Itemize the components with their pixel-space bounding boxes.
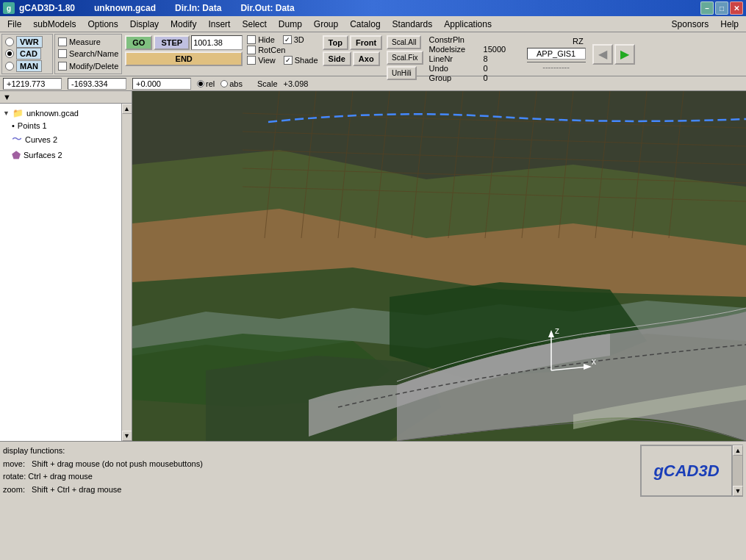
top-button[interactable]: Top: [323, 35, 348, 50]
linenr-label: LineNr: [429, 54, 481, 63]
shade-checkbox[interactable]: [284, 56, 293, 65]
3d-checkbox[interactable]: [283, 35, 292, 44]
radio-vwr-circle[interactable]: [5, 37, 14, 46]
front-button[interactable]: Front: [350, 35, 382, 50]
nav-arrows: ◀ ▶: [591, 34, 636, 74]
coord-rel-radio[interactable]: rel: [197, 79, 215, 88]
viewport[interactable]: z x: [132, 91, 746, 441]
menu-display[interactable]: Display: [124, 18, 165, 31]
hide-checkbox[interactable]: [247, 35, 256, 44]
radio-cad-circle[interactable]: [5, 49, 14, 58]
constr-panel: ConstrPln Modelsize 15000 LineNr 8 Undo …: [426, 34, 522, 74]
view-checkbox[interactable]: [247, 56, 256, 65]
unhili-button[interactable]: UnHili: [387, 66, 417, 80]
menu-options[interactable]: Options: [82, 18, 123, 31]
status-line-2: move: Shift + drag mouse (do not push mo…: [3, 458, 634, 471]
scal-all-button[interactable]: Scal.All: [387, 35, 421, 49]
nav-back-button[interactable]: ◀: [592, 44, 613, 65]
menu-catalog[interactable]: Catalog: [344, 18, 386, 31]
menu-select[interactable]: Select: [236, 18, 272, 31]
rel-radio-circle[interactable]: [197, 80, 204, 87]
scale-value: +3.098: [284, 79, 309, 88]
radio-vwr[interactable]: VWR: [5, 36, 49, 48]
tree-item-curves[interactable]: 〜 Curves 2: [3, 132, 118, 148]
checkbox-search[interactable]: Search/Name: [58, 49, 118, 58]
search-checkbox[interactable]: [58, 49, 67, 58]
coord-y: -1693.334: [68, 78, 126, 90]
abs-radio-circle[interactable]: [220, 80, 228, 87]
menu-standards[interactable]: Standards: [387, 18, 439, 31]
tree-root-arrow: ▼: [3, 110, 10, 117]
dir-out: Dir.Out: Data: [240, 3, 294, 13]
go-button[interactable]: GO: [125, 35, 152, 50]
status-text: display functions: move: Shift + drag mo…: [3, 445, 634, 497]
minimize-button[interactable]: –: [700, 1, 714, 15]
toolbar: VWR CAD MAN Measure Search/Name Modify/D…: [0, 32, 746, 76]
measure-checkbox[interactable]: [58, 37, 67, 46]
tree-bullet: •: [12, 121, 15, 130]
status-scroll-up[interactable]: ▲: [733, 445, 743, 456]
app-separator: ----------: [527, 62, 586, 71]
step-input[interactable]: 1001.38: [191, 35, 243, 50]
tree-content: ▼ 📁 unknown.gcad • Points 1 〜 Curves 2 ⬟: [0, 104, 121, 441]
tree-scrollbar: ▲ ▼: [121, 104, 132, 441]
side-button[interactable]: Side: [323, 51, 351, 66]
logo-text: gCAD3D: [653, 462, 719, 481]
svg-text:z: z: [555, 326, 559, 336]
modelsize-label: Modelsize: [429, 45, 481, 54]
close-button[interactable]: ✕: [730, 1, 743, 15]
modify-label: Modify/Delete: [69, 62, 118, 71]
tree-item-points[interactable]: • Points 1: [3, 120, 118, 132]
filename: unknown.gcad: [94, 3, 156, 13]
menu-help[interactable]: Help: [714, 18, 745, 31]
scal-fix-button[interactable]: Scal.Fix: [387, 51, 423, 65]
menu-applications[interactable]: Applications: [438, 18, 498, 31]
tree-surfaces-label: Surfaces 2: [24, 151, 62, 159]
rotcen-label: RotCen: [258, 46, 285, 54]
step-button[interactable]: STEP: [154, 35, 190, 50]
axo-button[interactable]: Axo: [353, 51, 380, 66]
radio-man-circle[interactable]: [5, 62, 14, 71]
menu-sponsors[interactable]: Sponsors: [666, 18, 715, 31]
menu-submodels[interactable]: subModels: [27, 18, 82, 31]
rz-label: RZ: [573, 37, 584, 46]
menu-group[interactable]: Group: [308, 18, 344, 31]
menu-dump[interactable]: Dump: [273, 18, 308, 31]
coord-x: +1219.773: [3, 78, 62, 90]
hide-label: Hide: [258, 35, 275, 44]
mode-radio-panel: VWR CAD MAN: [1, 34, 53, 74]
rotcen-checkbox[interactable]: [247, 46, 256, 54]
app-title: gCAD3D-1.80: [19, 3, 75, 13]
tree-root-icon: 📁: [12, 108, 24, 118]
status-scroll-down[interactable]: ▼: [733, 486, 743, 496]
abs-label: abs: [229, 79, 243, 88]
tree-root[interactable]: ▼ 📁 unknown.gcad: [3, 107, 118, 120]
menu-modify[interactable]: Modify: [165, 18, 202, 31]
tree-scroll-down[interactable]: ▼: [122, 431, 132, 441]
undo-label: Undo: [429, 64, 481, 73]
radio-cad[interactable]: CAD: [5, 48, 49, 60]
tree-root-label: unknown.gcad: [26, 109, 79, 118]
nav-forward-button[interactable]: ▶: [614, 44, 635, 65]
titlebar: g gCAD3D-1.80 unknown.gcad Dir.In: Data …: [0, 0, 746, 16]
menu-file[interactable]: File: [1, 18, 27, 31]
rel-label: rel: [206, 79, 215, 88]
maximize-button[interactable]: □: [715, 1, 728, 15]
checkbox-measure[interactable]: Measure: [58, 37, 118, 46]
group-value: 0: [484, 73, 488, 82]
terrain-viewport[interactable]: z x: [132, 91, 746, 441]
measure-label: Measure: [69, 37, 101, 46]
tree-item-surfaces[interactable]: ⬟ Surfaces 2: [3, 148, 118, 162]
tree-scroll-up[interactable]: ▲: [122, 104, 132, 114]
modify-checkbox[interactable]: [58, 62, 67, 71]
search-label: Search/Name: [69, 49, 118, 58]
coordbar: +1219.773 -1693.334 +0.000 rel abs Scale…: [0, 76, 746, 91]
undo-value: 0: [484, 64, 488, 73]
shade-label: Shade: [295, 56, 318, 65]
checkbox-modify[interactable]: Modify/Delete: [58, 62, 118, 71]
end-button[interactable]: END: [125, 51, 243, 66]
menu-insert[interactable]: Insert: [202, 18, 236, 31]
radio-man[interactable]: MAN: [5, 60, 49, 72]
coord-abs-radio[interactable]: abs: [220, 79, 243, 88]
tree-points-label: Points 1: [18, 121, 47, 130]
